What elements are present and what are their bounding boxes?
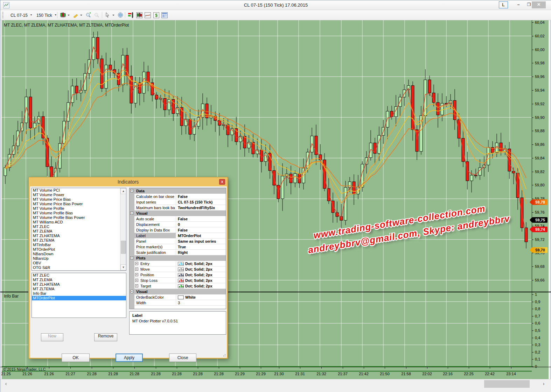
property-name[interactable]: Target [134, 283, 176, 289]
configured-indicators-list[interactable]: MT ZLECMT ZLEMAMT ZLHATEMAMT ZLTEMAInfo … [32, 273, 126, 318]
dialog-resize-grip[interactable] [222, 353, 226, 357]
chart-style-caret-icon[interactable] [67, 12, 70, 19]
property-section-header[interactable]: −Visual [130, 289, 226, 294]
property-row[interactable]: Display in Data BoxFalse [130, 227, 226, 233]
property-row[interactable]: +PositionDot; Solid; 2px [130, 272, 226, 278]
property-row[interactable]: Scale justificationRight [130, 250, 226, 255]
property-name[interactable]: Calculate on bar close [134, 194, 176, 199]
indicator-list-item[interactable]: MT ZLEMA [32, 229, 126, 234]
indicator-list-item[interactable]: MT Volume Power [32, 193, 126, 197]
property-row[interactable]: LabelMTOrderPlot [130, 233, 226, 238]
ok-button[interactable]: OK [62, 354, 90, 362]
draw-tool-button[interactable] [72, 12, 79, 19]
collapse-icon[interactable]: − [130, 212, 133, 215]
scroll-thumb[interactable] [121, 241, 126, 254]
market-analyzer-button[interactable] [127, 12, 135, 19]
property-row[interactable]: Displacement0 [130, 222, 226, 227]
configured-indicator-item[interactable]: MT ZLHATEMA [32, 282, 126, 287]
chart-trader-button[interactable] [135, 12, 143, 19]
scroll-up-icon[interactable]: ▲ [120, 188, 126, 194]
scroll-left-icon[interactable]: ‹ [1, 379, 11, 389]
property-value[interactable]: Dot; Solid; 2px [176, 261, 226, 266]
property-row[interactable]: Width3 [130, 300, 226, 306]
scroll-down-icon[interactable]: ▼ [120, 264, 126, 270]
remove-button[interactable]: Remove [94, 333, 117, 341]
indicator-list-item[interactable]: MTOrderPlot [32, 247, 126, 252]
property-value[interactable]: False [176, 216, 226, 222]
property-name[interactable]: Input series [134, 199, 176, 205]
configured-indicator-item[interactable]: MT ZLEMA [32, 278, 126, 282]
indicator-list-item[interactable]: MT Volume Profile Bias [32, 211, 126, 215]
property-name[interactable]: Position [134, 272, 176, 278]
property-value[interactable]: False [176, 227, 226, 233]
indicator-list-item[interactable]: NBarsUp [32, 256, 126, 261]
property-name[interactable]: Auto scale [134, 216, 176, 222]
indicator-list-item[interactable]: MT ZLTEMA [32, 238, 126, 243]
indicator-list-item[interactable]: MT Volume Profile Bias Power [32, 215, 126, 220]
indicator-list-item[interactable]: MT Volume Price Bias Power [32, 202, 126, 206]
mini-chart-button[interactable] [144, 12, 152, 19]
property-row[interactable]: Calculate on bar closeFalse [130, 194, 226, 199]
close-button[interactable]: ✕ [532, 1, 546, 8]
property-row[interactable]: Auto scaleFalse [130, 216, 226, 222]
property-name[interactable]: OrderBackColor [134, 294, 176, 300]
property-row[interactable]: Input seriesCL 07-15 (150 Tick) [130, 199, 226, 205]
property-value[interactable]: Dot; Solid; 2px [176, 278, 226, 283]
horizontal-scroll-thumb[interactable] [484, 380, 530, 388]
property-value[interactable]: CL 07-15 (150 Tick) [176, 199, 226, 205]
indicator-list-item[interactable]: MT Williams ACD [32, 220, 126, 224]
property-name[interactable]: Panel [134, 238, 176, 244]
property-value[interactable]: Right [176, 250, 226, 255]
data-box-button[interactable] [117, 12, 124, 19]
configured-indicator-item[interactable]: MT ZLEC [32, 273, 126, 278]
indicator-list-item[interactable]: MT Volume PCI [32, 188, 126, 193]
configured-indicator-item[interactable]: MT ZLTEMA [32, 287, 126, 291]
new-button[interactable]: New [41, 333, 63, 341]
property-grid[interactable]: −DataCalculate on bar closeFalseInput se… [129, 188, 226, 309]
expand-icon[interactable]: + [135, 273, 138, 276]
zoom-in-button[interactable] [84, 12, 92, 19]
dialog-close-button[interactable]: x [219, 179, 225, 185]
property-value[interactable]: Dot; Solid; 2px [176, 283, 226, 289]
property-name[interactable]: Width [134, 300, 176, 306]
chart-style-button[interactable] [59, 12, 67, 19]
property-row[interactable]: Price marker(s)True [130, 244, 226, 250]
expand-icon[interactable]: + [135, 268, 138, 271]
property-section-header[interactable]: −Plots [130, 255, 226, 261]
expand-icon[interactable]: + [135, 262, 138, 265]
property-row[interactable]: +MoveDot; Solid; 2px [130, 266, 226, 272]
property-row[interactable]: Maximum bars look baTwoHundredFiftySix [130, 205, 226, 211]
expand-icon[interactable]: + [135, 284, 138, 287]
property-value[interactable]: White [176, 294, 226, 300]
property-value[interactable]: 3 [176, 300, 226, 306]
indicator-list-item[interactable]: MT ZLHATEMA [32, 234, 126, 238]
minimize-button[interactable]: – [514, 1, 523, 8]
property-section-header[interactable]: −Data [130, 188, 226, 194]
property-value[interactable]: True [176, 244, 226, 250]
list-scrollbar[interactable]: ▲ ▼ [120, 188, 126, 270]
properties-panel-button[interactable] [161, 12, 168, 19]
property-name[interactable]: Display in Data Box [134, 227, 176, 233]
indicator-list-item[interactable]: MT ZLEC [32, 224, 126, 229]
property-row[interactable]: OrderBackColorWhite [130, 294, 226, 300]
apply-button[interactable]: Apply [116, 354, 143, 362]
property-row[interactable]: +EntryDot; Solid; 2px [130, 261, 226, 266]
toolbar-grip[interactable] [2, 12, 4, 18]
indicator-list-item[interactable]: NBarsDown [32, 252, 126, 256]
configured-indicator-item[interactable]: Info Bar [32, 291, 126, 296]
property-name[interactable]: Label [134, 233, 176, 238]
property-value[interactable]: Dot; Solid; 2px [176, 266, 226, 272]
interval-dropdown[interactable]: 150 Tick [34, 12, 57, 19]
property-name[interactable]: Move [134, 266, 176, 272]
collapse-icon[interactable]: − [130, 189, 133, 192]
available-indicators-list[interactable]: MT Volume PCIMT Volume PowerMT Volume Pr… [32, 188, 126, 271]
collapse-icon[interactable]: − [130, 256, 133, 259]
dialog-title[interactable]: Indicators [29, 177, 228, 186]
scroll-right-icon[interactable]: › [539, 379, 549, 389]
property-name[interactable]: Maximum bars look ba [134, 205, 176, 211]
property-row[interactable]: +TargetDot; Solid; 2px [130, 283, 226, 289]
horizontal-scrollbar[interactable]: ‹ › [0, 379, 551, 389]
indicator-list-item[interactable]: MTInfoBar [32, 243, 126, 247]
cursor-tool-caret-icon[interactable] [112, 12, 115, 19]
property-name[interactable]: Stop Loss [134, 278, 176, 283]
